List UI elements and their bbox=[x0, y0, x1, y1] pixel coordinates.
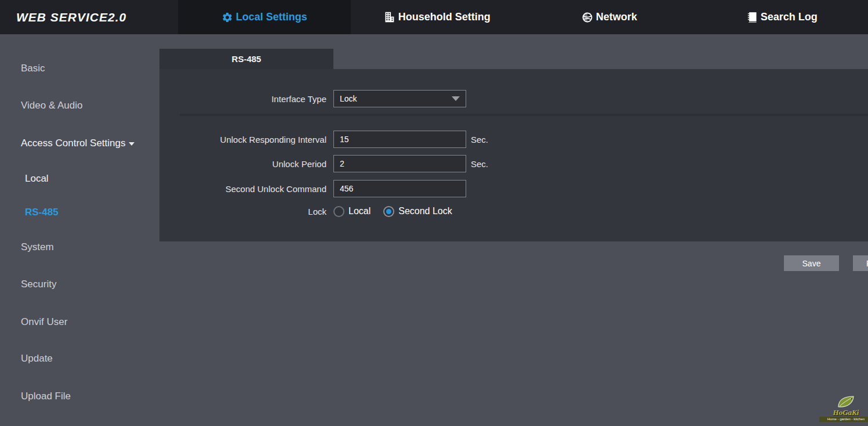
radio-label: Local bbox=[348, 206, 371, 216]
radio-option-local[interactable]: Local bbox=[333, 206, 371, 217]
sidebar-item-label: Access Control Settings bbox=[21, 137, 125, 149]
building-icon bbox=[383, 11, 395, 23]
radio-second-lock[interactable] bbox=[383, 206, 394, 217]
main-nav: Local Settings Household Setting bbox=[178, 0, 868, 34]
nav-tab-label: Network bbox=[596, 11, 637, 23]
sidebar-item-label: Local bbox=[25, 172, 49, 185]
watermark-logo: HoGaKi Home - garden - kitchen bbox=[819, 393, 868, 422]
settings-panel: Interface Type Lock Unlock Responding In… bbox=[159, 69, 868, 241]
leaf-icon bbox=[819, 393, 868, 409]
sidebar-item-local[interactable]: Local bbox=[25, 172, 49, 185]
interface-type-row: Interface Type Lock bbox=[159, 90, 466, 107]
unlock-responding-interval-row: Unlock Responding Interval Sec. bbox=[159, 131, 488, 148]
radio-local[interactable] bbox=[333, 206, 344, 217]
top-navbar: WEB SERVICE2.0 Local Settings bbox=[0, 0, 868, 34]
sidebar-item-label: Basic bbox=[21, 62, 45, 74]
radio-label: Second Lock bbox=[398, 206, 452, 216]
save-button[interactable]: Save bbox=[784, 255, 839, 271]
radio-option-second-lock[interactable]: Second Lock bbox=[383, 206, 452, 217]
sidebar-item-label: Security bbox=[21, 278, 56, 290]
unit-label: Sec. bbox=[471, 135, 488, 145]
refresh-button[interactable]: Refresh bbox=[853, 255, 868, 271]
sidebar-item-label: Video & Audio bbox=[21, 99, 83, 111]
sidebar-item-label: Onvif User bbox=[21, 316, 67, 328]
sidebar-item-system[interactable]: System bbox=[21, 241, 54, 253]
watermark-tagline: Home - garden - kitchen bbox=[819, 417, 868, 422]
chevron-down-icon bbox=[129, 142, 135, 146]
sidebar-item-access-control-settings[interactable]: Access Control Settings bbox=[21, 137, 135, 149]
unlock-period-input[interactable] bbox=[333, 155, 466, 172]
nav-tab-label: Search Log bbox=[761, 11, 818, 23]
sidebar-item-security[interactable]: Security bbox=[21, 278, 56, 290]
interface-type-label: Interface Type bbox=[159, 94, 326, 104]
chevron-down-icon bbox=[452, 96, 460, 101]
app-logo: WEB SERVICE2.0 bbox=[16, 0, 126, 34]
watermark-name: HoGaKi bbox=[819, 409, 868, 416]
nav-tab-local-settings[interactable]: Local Settings bbox=[178, 0, 351, 34]
unlock-period-label: Unlock Period bbox=[159, 159, 326, 169]
sidebar-item-label: Upload File bbox=[21, 390, 71, 402]
nav-tab-search-log[interactable]: Search Log bbox=[696, 0, 868, 34]
unlock-responding-interval-input[interactable] bbox=[333, 131, 466, 148]
unlock-responding-interval-label: Unlock Responding Interval bbox=[159, 135, 326, 145]
sidebar-item-basic[interactable]: Basic bbox=[21, 62, 45, 74]
unlock-period-row: Unlock Period Sec. bbox=[159, 155, 488, 172]
unit-label: Sec. bbox=[471, 159, 488, 169]
sidebar-item-upload-file[interactable]: Upload File bbox=[21, 390, 71, 402]
log-book-icon bbox=[746, 11, 758, 23]
tab-rs-485[interactable]: RS-485 bbox=[159, 49, 333, 69]
nav-tab-label: Local Settings bbox=[236, 11, 307, 23]
sidebar-item-label: System bbox=[21, 241, 54, 253]
second-unlock-command-row: Second Unlock Command bbox=[159, 180, 466, 197]
sidebar-item-label: Update bbox=[21, 352, 53, 364]
lock-row: Lock Local Second Lock bbox=[159, 203, 452, 219]
interface-type-select[interactable]: Lock bbox=[333, 90, 466, 107]
second-unlock-command-input[interactable] bbox=[333, 180, 466, 197]
divider bbox=[180, 114, 868, 116]
lock-radio-group: Local Second Lock bbox=[333, 206, 452, 217]
globe-icon bbox=[582, 12, 593, 23]
second-unlock-command-label: Second Unlock Command bbox=[159, 184, 326, 194]
sidebar-item-label: RS-485 bbox=[25, 206, 59, 218]
lock-label: Lock bbox=[159, 207, 326, 216]
interface-type-value: Lock bbox=[340, 94, 357, 103]
sidebar-item-update[interactable]: Update bbox=[21, 352, 53, 364]
nav-tab-network[interactable]: Network bbox=[523, 0, 696, 34]
sidebar-item-onvif-user[interactable]: Onvif User bbox=[21, 316, 67, 328]
sidebar-item-rs-485[interactable]: RS-485 bbox=[25, 206, 59, 218]
nav-tab-label: Household Setting bbox=[398, 11, 491, 23]
gear-icon bbox=[221, 12, 233, 23]
sidebar-item-video-audio[interactable]: Video & Audio bbox=[21, 99, 83, 111]
nav-tab-household-setting[interactable]: Household Setting bbox=[351, 0, 524, 34]
